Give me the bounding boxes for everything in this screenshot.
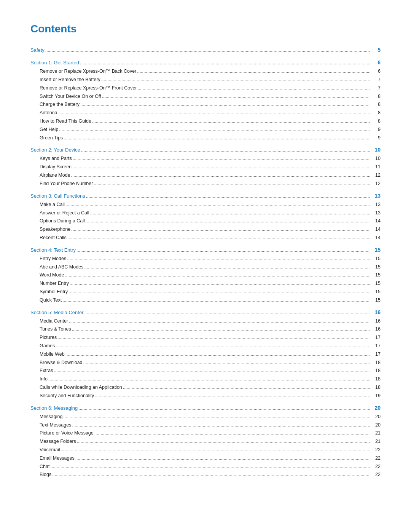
sub-entry-row[interactable]: Speakerphone............................… — [30, 225, 381, 233]
entry-page: 7 — [370, 84, 381, 92]
sub-entry-row[interactable]: Symbol Entry............................… — [30, 288, 381, 296]
entry-page: 15 — [370, 246, 381, 254]
sub-entry-row[interactable]: Charge the Battery......................… — [30, 101, 381, 109]
sub-entry-row[interactable]: Remove or Replace Xpress-On™ Back Cover.… — [30, 67, 381, 75]
sub-entry-row[interactable]: Display Screen..........................… — [30, 163, 381, 171]
entry-page: 5 — [370, 46, 381, 54]
entry-text: Insert or Remove the Battery — [40, 76, 100, 84]
entry-text: Media Center — [40, 317, 68, 325]
entry-dots: ........................................… — [100, 76, 370, 84]
entry-text: Entry Modes — [40, 255, 66, 263]
entry-page: 14 — [370, 225, 381, 233]
entry-page: 17 — [370, 342, 381, 350]
entry-page: 12 — [370, 171, 381, 179]
sub-entry-row[interactable]: Security and Functionality..............… — [30, 392, 381, 400]
entry-dots: ........................................… — [75, 455, 370, 462]
sub-entry-row[interactable]: Message Folders.........................… — [30, 438, 381, 446]
sub-entry-row[interactable]: Get Help................................… — [30, 126, 381, 134]
entry-text: Answer or Reject a Call — [40, 209, 89, 217]
sub-entry-row[interactable]: Remove or Replace Xpress-On™ Front Cover… — [30, 84, 381, 92]
sub-entry-row[interactable]: Antenna.................................… — [30, 109, 381, 117]
entry-page: 15 — [370, 296, 381, 304]
entry-dots: ........................................… — [69, 280, 370, 288]
entry-page: 20 — [370, 404, 381, 412]
sub-entry-row[interactable]: Insert or Remove the Battery............… — [30, 76, 381, 84]
entry-text: Keys and Parts — [40, 155, 72, 163]
sub-entry-row[interactable]: How to Read This Guide..................… — [30, 117, 381, 125]
entry-page: 8 — [370, 109, 381, 117]
sub-entry-row[interactable]: Keys and Parts..........................… — [30, 155, 381, 163]
sub-entry-row[interactable]: Number Entry............................… — [30, 280, 381, 288]
entry-dots: ........................................… — [62, 413, 370, 421]
sub-entry-row[interactable]: Games...................................… — [30, 342, 381, 350]
entry-dots: ........................................… — [58, 126, 370, 134]
section-header-row[interactable]: Section 4: Text Entry...................… — [30, 246, 381, 254]
entry-dots: ........................................… — [93, 180, 370, 188]
entry-dots: ........................................… — [72, 155, 370, 163]
section-header-row[interactable]: Section 5: Media Center.................… — [30, 308, 381, 317]
section-header-row[interactable]: Section 6: Messaging....................… — [30, 404, 381, 412]
section-header-row[interactable]: Safety..................................… — [30, 46, 381, 54]
entry-dots: ........................................… — [76, 438, 370, 446]
sub-entry-row[interactable]: Browse & Download.......................… — [30, 359, 381, 367]
section-header-row[interactable]: Section 2: Your Device..................… — [30, 145, 381, 154]
sub-entry-row[interactable]: Recent Calls............................… — [30, 234, 381, 242]
sub-entry-row[interactable]: Text Messages...........................… — [30, 421, 381, 429]
sub-entry-row[interactable]: Switch Your Device On or Off............… — [30, 93, 381, 101]
entry-text: Switch Your Device On or Off — [40, 93, 101, 101]
entry-page: 19 — [370, 392, 381, 400]
entry-dots: ........................................… — [137, 85, 370, 92]
entry-page: 6 — [370, 67, 381, 75]
entry-text: Voicemail — [40, 446, 60, 454]
sub-entry-row[interactable]: Messaging...............................… — [30, 413, 381, 421]
entry-text: Mobile Web — [40, 350, 65, 358]
sub-entry-row[interactable]: Make a Call.............................… — [30, 201, 381, 209]
sub-entry-row[interactable]: Pictures................................… — [30, 334, 381, 342]
entry-text: Security and Functionality — [40, 392, 94, 400]
entry-text: Section 4: Text Entry — [30, 246, 76, 254]
entry-dots: ........................................… — [101, 93, 370, 101]
sub-entry-row[interactable]: Blogs...................................… — [30, 471, 381, 479]
sub-entry-row[interactable]: Entry Modes.............................… — [30, 255, 381, 263]
sub-entry-row[interactable]: Mobile Web..............................… — [30, 350, 381, 358]
entry-text: Get Help — [40, 126, 58, 134]
entry-text: Abc and ABC Modes — [40, 263, 83, 271]
sub-entry-row[interactable]: Calls while Downloading an Application..… — [30, 383, 381, 391]
sub-entry-row[interactable]: Email Messages..........................… — [30, 454, 381, 462]
sub-entry-row[interactable]: Voicemail...............................… — [30, 446, 381, 454]
sub-entry-row[interactable]: Picture or Voice Message................… — [30, 429, 381, 437]
sub-entry-row[interactable]: Info....................................… — [30, 375, 381, 383]
entry-text: Messaging — [40, 413, 62, 421]
entry-page: 18 — [370, 375, 381, 383]
entry-text: Safety — [30, 46, 45, 54]
entry-page: 17 — [370, 334, 381, 342]
sub-entry-row[interactable]: Airplane Mode...........................… — [30, 171, 381, 179]
sub-entry-row[interactable]: Find Your Phone Number..................… — [30, 180, 381, 188]
sub-entry-row[interactable]: Word Mode...............................… — [30, 271, 381, 279]
sub-entry-row[interactable]: Quick Text..............................… — [30, 296, 381, 304]
entry-text: Remove or Replace Xpress-On™ Back Cover — [40, 67, 136, 75]
sub-entry-row[interactable]: Options During a Call...................… — [30, 217, 381, 225]
sub-entry-row[interactable]: Tunes & Tones...........................… — [30, 325, 381, 333]
entry-dots: ........................................… — [70, 226, 370, 233]
sub-entry-row[interactable]: Green Tips..............................… — [30, 134, 381, 142]
entry-page: 15 — [370, 288, 381, 296]
entry-page: 15 — [370, 255, 381, 263]
page-title: Contents — [30, 23, 381, 35]
sub-entry-row[interactable]: Chat....................................… — [30, 463, 381, 471]
sub-entry-row[interactable]: Extras..................................… — [30, 367, 381, 375]
sub-entry-row[interactable]: Abc and ABC Modes.......................… — [30, 263, 381, 271]
entry-text: Email Messages — [40, 454, 75, 462]
section-header-row[interactable]: Section 3: Call Functions...............… — [30, 192, 381, 200]
entry-text: Section 2: Your Device — [30, 146, 80, 154]
entry-page: 17 — [370, 350, 381, 358]
entry-text: Quick Text — [40, 296, 62, 304]
section-header-row[interactable]: Section 1: Get Started..................… — [30, 58, 381, 67]
sub-entry-row[interactable]: Answer or Reject a Call.................… — [30, 209, 381, 217]
entry-text: Picture or Voice Message — [40, 429, 94, 437]
entry-text: Options During a Call — [40, 217, 85, 225]
entry-dots: ........................................… — [57, 334, 370, 342]
entry-page: 8 — [370, 93, 381, 101]
sub-entry-row[interactable]: Media Center............................… — [30, 317, 381, 325]
entry-text: Pictures — [40, 334, 57, 342]
